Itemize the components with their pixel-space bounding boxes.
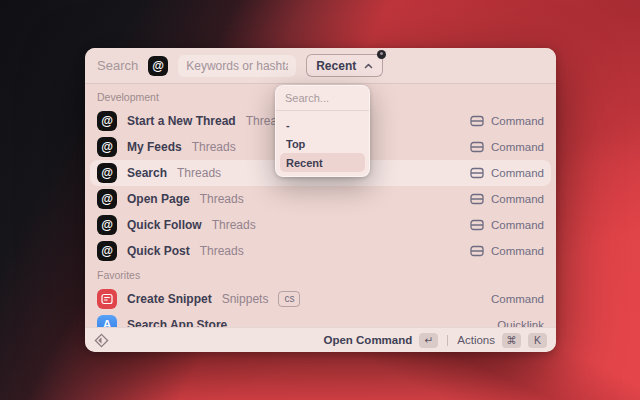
- footer-divider: [447, 335, 448, 346]
- item-subtitle: Threads: [177, 166, 221, 180]
- sort-dropdown-button[interactable]: Recent: [306, 54, 383, 77]
- list-item[interactable]: Create Snippet Snippets cs Command: [90, 286, 551, 312]
- command-type-icon: [470, 245, 484, 257]
- command-type-icon: [470, 141, 484, 153]
- list-item[interactable]: @ Quick Follow Threads Command: [90, 212, 551, 238]
- item-type-label: Command: [491, 293, 544, 305]
- threads-icon: @: [97, 163, 117, 183]
- list-item[interactable]: @ Quick Post Threads Command: [90, 238, 551, 264]
- item-type-label: Command: [491, 141, 544, 153]
- threads-icon: @: [97, 111, 117, 131]
- raycast-logo-icon: [94, 333, 109, 348]
- item-subtitle: Threads: [212, 218, 256, 232]
- command-palette-window: Search @ Recent Development @ Start a Ne…: [85, 48, 556, 352]
- sort-dropdown-menu: - Top Recent: [275, 85, 370, 177]
- item-title: Quick Post: [127, 244, 190, 258]
- item-title: Search: [127, 166, 167, 180]
- item-title: Open Page: [127, 192, 190, 206]
- item-type-label: Quicklink: [497, 319, 544, 327]
- list-item[interactable]: A Search App Store Quicklink: [90, 312, 551, 327]
- command-type-icon: [470, 193, 484, 205]
- item-subtitle: Threads: [200, 192, 244, 206]
- list-item[interactable]: @ Open Page Threads Command: [90, 186, 551, 212]
- action-bar: Open Command ↵ Actions ⌘ K: [85, 327, 556, 352]
- search-bar: Search @ Recent: [85, 48, 556, 84]
- item-subtitle: Snippets: [222, 292, 269, 306]
- item-type-label: Command: [491, 193, 544, 205]
- item-title: Quick Follow: [127, 218, 202, 232]
- item-type-label: Command: [491, 115, 544, 127]
- item-subtitle: Threads: [192, 140, 236, 154]
- chevron-up-icon: [364, 63, 373, 69]
- threads-icon: @: [97, 189, 117, 209]
- dropdown-option-dash[interactable]: -: [280, 115, 365, 134]
- snippets-icon: [97, 289, 117, 309]
- k-key-badge: K: [528, 333, 547, 348]
- command-name-label: Search: [97, 58, 138, 73]
- item-type-label: Command: [491, 219, 544, 231]
- command-type-icon: [470, 167, 484, 179]
- item-title: My Feeds: [127, 140, 182, 154]
- dropdown-search-input[interactable]: [276, 86, 369, 111]
- item-type-label: Command: [491, 245, 544, 257]
- dropdown-option-recent[interactable]: Recent: [280, 153, 365, 172]
- app-store-icon: A: [97, 315, 117, 327]
- item-title: Search App Store: [127, 318, 227, 327]
- threads-icon: @: [97, 241, 117, 261]
- section-header-favorites: Favorites: [90, 264, 551, 286]
- search-input[interactable]: [178, 55, 296, 77]
- actions-button[interactable]: Actions: [457, 334, 495, 346]
- item-type-label: Command: [491, 167, 544, 179]
- item-title: Start a New Thread: [127, 114, 236, 128]
- cmd-key-badge: ⌘: [502, 333, 521, 348]
- alias-badge: cs: [278, 291, 300, 307]
- primary-action-label[interactable]: Open Command: [323, 334, 412, 346]
- command-type-icon: [470, 115, 484, 127]
- dropdown-value: Recent: [316, 59, 356, 73]
- enter-key-badge: ↵: [419, 333, 438, 348]
- threads-icon: @: [97, 137, 117, 157]
- threads-icon: @: [148, 56, 168, 76]
- notification-dot: [377, 50, 386, 59]
- command-type-icon: [470, 219, 484, 231]
- threads-icon: @: [97, 215, 117, 235]
- item-subtitle: Threads: [200, 244, 244, 258]
- item-title: Create Snippet: [127, 292, 212, 306]
- dropdown-option-top[interactable]: Top: [280, 134, 365, 153]
